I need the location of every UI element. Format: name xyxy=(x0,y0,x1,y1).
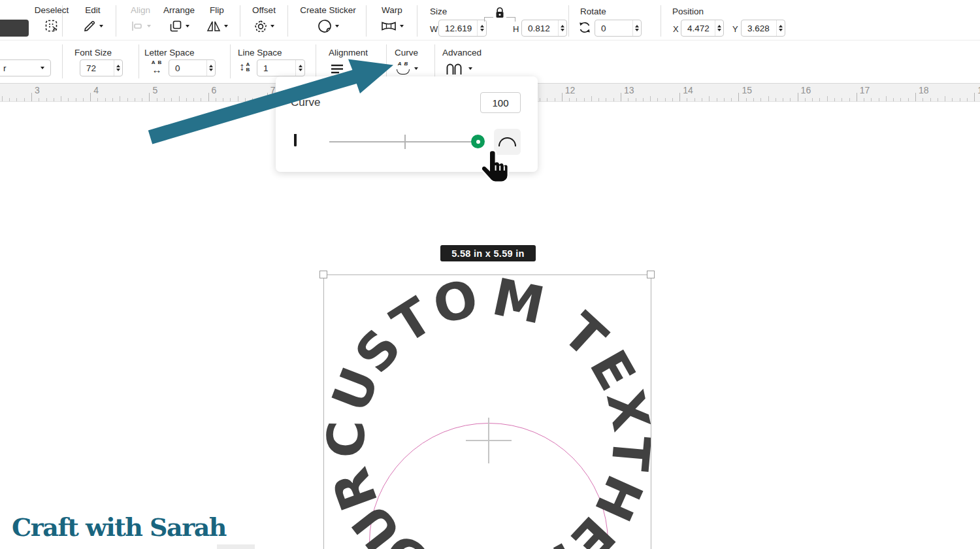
selection-border-top xyxy=(323,274,651,275)
ruler-tick xyxy=(945,96,945,101)
deselect-label: Deselect xyxy=(29,5,74,15)
ruler-tick xyxy=(753,98,754,101)
font-size-field[interactable] xyxy=(80,59,123,76)
curve-label: Curve xyxy=(391,48,422,58)
line-space-icon: ↕ A B xyxy=(239,60,250,75)
position-y-field[interactable] xyxy=(741,20,785,37)
selection-handle-top-left[interactable] xyxy=(319,271,327,278)
curved-letter: O xyxy=(429,272,483,331)
ruler-tick xyxy=(657,98,658,101)
width-input[interactable] xyxy=(439,20,477,36)
ruler-number: 13 xyxy=(624,85,634,95)
arrange-button[interactable]: Arrange xyxy=(159,5,199,34)
ruler-tick xyxy=(967,98,968,101)
x-label: X xyxy=(673,24,679,34)
stepper-icon[interactable] xyxy=(477,20,486,36)
color-swatch[interactable] xyxy=(0,20,29,37)
ruler-tick xyxy=(61,96,61,101)
position-x-field[interactable] xyxy=(681,20,724,37)
position-label: Position xyxy=(672,7,704,16)
ruler-tick xyxy=(621,93,621,101)
alignment-button[interactable]: Alignment xyxy=(327,48,369,76)
size-label: Size xyxy=(430,7,447,16)
curve-popup: Curve xyxy=(276,76,538,172)
curved-letter: T xyxy=(604,433,657,473)
height-field[interactable] xyxy=(521,20,567,37)
line-space-input[interactable] xyxy=(257,60,295,76)
divider xyxy=(434,44,435,78)
divider xyxy=(62,44,63,78)
stepper-icon[interactable] xyxy=(558,20,566,36)
caret-down-icon xyxy=(353,67,357,70)
rotate-field[interactable] xyxy=(595,20,642,37)
stepper-icon[interactable] xyxy=(114,60,122,76)
font-family-dropdown[interactable] xyxy=(0,59,51,76)
curve-inward-icon[interactable] xyxy=(294,134,297,146)
divider xyxy=(316,44,316,78)
ruler-tick xyxy=(819,98,820,101)
ruler-tick xyxy=(142,98,142,101)
height-input[interactable] xyxy=(522,20,558,36)
curve-outward-button[interactable] xyxy=(494,129,521,155)
stepper-icon[interactable] xyxy=(715,20,723,36)
ruler-tick xyxy=(76,98,76,101)
curve-slider-knob[interactable] xyxy=(471,135,485,148)
curve-value-input[interactable] xyxy=(480,92,521,113)
pencil-icon xyxy=(82,19,97,33)
ruler-tick xyxy=(54,98,54,101)
advanced-button[interactable]: Advanced xyxy=(440,48,483,76)
alignment-label: Alignment xyxy=(327,48,369,58)
stepper-icon[interactable] xyxy=(776,20,785,36)
flip-label: Flip xyxy=(201,5,233,15)
ruler-number: 15 xyxy=(742,85,752,95)
curve-button[interactable]: Curve A B xyxy=(391,48,422,76)
position-x-input[interactable] xyxy=(681,20,715,36)
ruler-tick xyxy=(164,98,165,101)
letter-space-field[interactable] xyxy=(169,59,216,76)
warp-icon xyxy=(380,19,397,33)
offset-button[interactable]: Offset xyxy=(246,5,282,34)
line-space-label: Line Space xyxy=(238,48,282,58)
ruler-tick xyxy=(960,98,960,101)
position-y-input[interactable] xyxy=(742,20,776,36)
ruler-tick xyxy=(540,98,540,101)
rotate-input[interactable] xyxy=(595,20,632,36)
stepper-icon[interactable] xyxy=(632,20,641,36)
width-field[interactable] xyxy=(438,20,487,37)
ruler-tick xyxy=(930,98,931,101)
line-space-field[interactable] xyxy=(257,59,305,76)
font-family-value[interactable] xyxy=(0,60,41,76)
ruler-tick xyxy=(562,93,563,101)
flip-icon xyxy=(206,19,221,33)
edit-button[interactable]: Edit xyxy=(76,5,110,34)
warp-button[interactable]: Warp xyxy=(374,5,410,34)
ruler-tick xyxy=(252,98,253,101)
ruler-tick xyxy=(900,98,901,101)
ruler-tick xyxy=(672,98,673,101)
curve-icon: A B xyxy=(395,61,412,76)
ruler-tick xyxy=(9,98,10,101)
curve-popup-title: Curve xyxy=(291,96,320,109)
rotate-icon[interactable] xyxy=(578,20,592,35)
ruler-number: 4 xyxy=(93,85,99,95)
font-size-input[interactable] xyxy=(80,60,114,76)
caret-down-icon xyxy=(41,67,44,69)
stepper-icon[interactable] xyxy=(206,60,215,76)
create-sticker-button[interactable]: Create Sticker xyxy=(294,5,362,34)
ruler-number: 16 xyxy=(801,85,811,95)
stepper-icon[interactable] xyxy=(295,60,304,76)
lock-icon[interactable] xyxy=(493,6,506,20)
ruler-tick xyxy=(171,98,172,101)
selection-handle-top-right[interactable] xyxy=(647,271,655,278)
flip-button[interactable]: Flip xyxy=(201,5,233,34)
ruler-tick xyxy=(208,93,209,101)
ruler-tick xyxy=(216,98,216,101)
ruler-tick xyxy=(230,98,231,101)
ruler-tick xyxy=(841,98,842,101)
lock-bracket xyxy=(484,17,485,22)
letter-space-input[interactable] xyxy=(169,60,206,76)
ruler-tick xyxy=(857,93,857,101)
ruler-tick xyxy=(97,98,98,101)
ruler-tick xyxy=(569,98,570,101)
deselect-button[interactable]: Deselect xyxy=(29,5,74,34)
